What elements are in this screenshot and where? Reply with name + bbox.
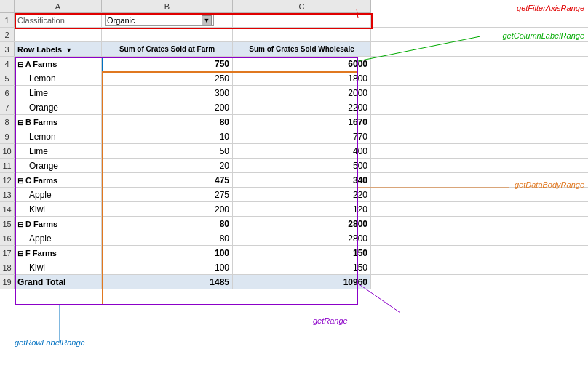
cell-15b: 80 — [102, 217, 233, 231]
row-num-3: 3 — [0, 42, 15, 56]
row-num-9: 9 — [0, 129, 15, 143]
row-num-5: 5 — [0, 71, 15, 85]
filter-input[interactable]: Organic ▼ — [105, 15, 214, 26]
cell-2c — [233, 28, 371, 41]
row-9: 9 Lemon 10 770 — [0, 129, 588, 144]
rows-area: 1 Classification Organic ▼ 2 3 — [0, 13, 588, 289]
row-10: 10 Lime 50 400 — [0, 144, 588, 159]
row-4: 4 ⊟ A Farms 750 6000 — [0, 57, 588, 71]
cell-13a: Apple — [15, 188, 102, 201]
row-14: 14 Kiwi 200 120 — [0, 202, 588, 217]
cell-17c: 150 — [233, 246, 371, 260]
cell-3c: Sum of Crates Sold Wholesale — [233, 42, 371, 56]
row-12: 12 ⊟ C Farms 475 340 — [0, 173, 588, 188]
cell-9c: 770 — [233, 129, 371, 143]
row-6: 6 Lime 300 2000 — [0, 86, 588, 100]
row-3: 3 Row Labels ▼ Sum of Crates Sold at Far… — [0, 42, 588, 57]
cell-1b: Organic ▼ — [102, 13, 233, 27]
cell-2b — [102, 28, 233, 41]
spreadsheet: A B C 1 Classification Organic ▼ 2 — [0, 0, 588, 392]
row-num-4: 4 — [0, 57, 15, 71]
row-1: 1 Classification Organic ▼ — [0, 13, 588, 28]
cell-14b: 200 — [102, 202, 233, 216]
row-5: 5 Lemon 250 1800 — [0, 71, 588, 86]
cell-6b: 300 — [102, 86, 233, 100]
row-num-12: 12 — [0, 173, 15, 187]
cell-11a: Orange — [15, 159, 102, 172]
col-headers: A B C — [0, 0, 371, 13]
cell-8a: ⊟ B Farms — [15, 115, 102, 129]
cell-18c: 150 — [233, 260, 371, 274]
row-num-17: 17 — [0, 246, 15, 260]
row-num-10: 10 — [0, 144, 15, 158]
col-header-c: C — [233, 0, 371, 13]
cell-13b: 275 — [102, 188, 233, 201]
cell-9a: Lemon — [15, 129, 102, 143]
col-label-label: getColumnLabelRange — [502, 31, 584, 40]
cell-12c: 340 — [233, 173, 371, 187]
cell-11b: 20 — [102, 159, 233, 172]
cell-10c: 400 — [233, 144, 371, 158]
row-11: 11 Orange 20 500 — [0, 159, 588, 173]
row-17: 17 ⊟ F Farms 100 150 — [0, 246, 588, 260]
cell-9b: 10 — [102, 129, 233, 143]
row-num-15: 15 — [0, 217, 15, 231]
cell-19b: 1485 — [102, 275, 233, 289]
row-16: 16 Apple 80 2800 — [0, 231, 588, 246]
cell-19a: Grand Total — [15, 275, 102, 289]
cell-7a: Orange — [15, 100, 102, 114]
row-num-13: 13 — [0, 188, 15, 201]
cell-12a: ⊟ C Farms — [15, 173, 102, 187]
cell-4c: 6000 — [233, 57, 371, 71]
cell-16a: Apple — [15, 231, 102, 245]
row-label-label: getRowLabelRange — [15, 338, 85, 347]
cell-1a: Classification — [15, 13, 102, 27]
row-15: 15 ⊟ D Farms 80 2800 — [0, 217, 588, 231]
row-num-11: 11 — [0, 159, 15, 172]
cell-16b: 80 — [102, 231, 233, 245]
row-8: 8 ⊟ B Farms 80 1670 — [0, 115, 588, 129]
row-num-16: 16 — [0, 231, 15, 245]
cell-11c: 500 — [233, 159, 371, 172]
cell-1c — [233, 13, 371, 27]
cell-3a: Row Labels ▼ — [15, 42, 102, 56]
row-13: 13 Apple 275 220 — [0, 188, 588, 202]
dropdown-arrow-icon: ▼ — [204, 17, 210, 24]
cell-10b: 50 — [102, 144, 233, 158]
cell-19c: 10960 — [233, 275, 371, 289]
cell-7c: 2200 — [233, 100, 371, 114]
corner-cell — [0, 0, 15, 13]
col-header-a: A — [15, 0, 102, 13]
row-num-14: 14 — [0, 202, 15, 216]
cell-13c: 220 — [233, 188, 371, 201]
cell-10a: Lime — [15, 144, 102, 158]
row-18: 18 Kiwi 100 150 — [0, 260, 588, 275]
row-num-7: 7 — [0, 100, 15, 114]
filter-value: Organic — [107, 16, 200, 25]
cell-6c: 2000 — [233, 86, 371, 100]
row-num-6: 6 — [0, 86, 15, 100]
cell-5b: 250 — [102, 71, 233, 85]
row-2: 2 — [0, 28, 588, 42]
cell-14c: 120 — [233, 202, 371, 216]
cell-15a: ⊟ D Farms — [15, 217, 102, 231]
dropdown-indicator[interactable]: ▼ — [65, 47, 72, 54]
cell-15c: 2800 — [233, 217, 371, 231]
cell-6a: Lime — [15, 86, 102, 100]
row-num-1: 1 — [0, 13, 15, 27]
cell-8b: 80 — [102, 115, 233, 129]
cell-18b: 100 — [102, 260, 233, 274]
cell-16c: 2800 — [233, 231, 371, 245]
row-num-2: 2 — [0, 28, 15, 41]
range-label: getRange — [313, 316, 348, 325]
filter-axis-label: getFilterAxisRange — [517, 4, 584, 12]
cell-12b: 475 — [102, 173, 233, 187]
cell-2a — [15, 28, 102, 41]
row-7: 7 Orange 200 2200 — [0, 100, 588, 115]
cell-3b: Sum of Crates Sold at Farm — [102, 42, 233, 56]
cell-7b: 200 — [102, 100, 233, 114]
filter-dropdown-button[interactable]: ▼ — [202, 15, 212, 25]
col-header-b: B — [102, 0, 233, 13]
row-num-19: 19 — [0, 275, 15, 289]
row-num-8: 8 — [0, 115, 15, 129]
